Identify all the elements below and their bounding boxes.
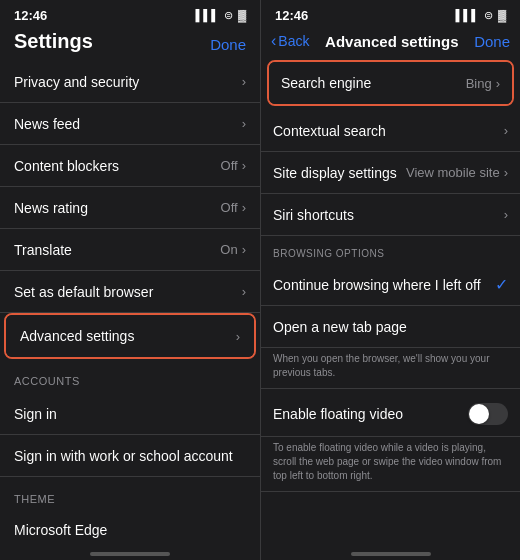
advanced-settings-highlighted[interactable]: Advanced settings › [4,313,256,359]
left-home-indicator [0,540,260,560]
right-status-bar: 12:46 ▌▌▌ ⊜ ▓ [261,0,520,28]
left-panel: 12:46 ▌▌▌ ⊜ ▓ Settings Done Privacy and … [0,0,260,560]
wifi-icon: ⊜ [484,9,493,22]
news-feed-item[interactable]: News feed › [0,103,260,145]
check-icon: ✓ [495,275,508,294]
news-rating-item[interactable]: News rating Off › [0,187,260,229]
chevron-icon: › [242,74,246,89]
chevron-left-icon: ‹ [271,32,276,50]
site-display-value: View mobile site [406,165,500,180]
home-bar [351,552,431,556]
floating-video-sub: To enable floating video while a video i… [261,437,520,492]
chevron-icon: › [242,284,246,299]
left-done-button[interactable]: Done [210,36,246,53]
open-new-tab-item[interactable]: Open a new tab page [261,306,520,348]
left-header: Settings Done [0,28,260,61]
back-button[interactable]: ‹ Back [271,32,309,50]
chevron-icon: › [496,76,500,91]
theme-section-header: THEME [0,477,260,511]
chevron-icon: › [242,116,246,131]
sign-in-item[interactable]: Sign in [0,393,260,435]
right-time: 12:46 [275,8,308,23]
chevron-icon: › [504,165,508,180]
right-done-button[interactable]: Done [474,33,510,50]
search-engine-value: Bing [466,76,492,91]
open-new-tab-sub: When you open the browser, we'll show yo… [261,348,520,389]
continue-browsing-item[interactable]: Continue browsing where I left off ✓ [261,264,520,306]
default-browser-item[interactable]: Set as default browser › [0,271,260,313]
chevron-icon: › [242,242,246,257]
right-title: Advanced settings [325,33,458,50]
right-header-nav: ‹ Back Advanced settings Done [261,28,520,56]
sign-in-work-item[interactable]: Sign in with work or school account [0,435,260,477]
signal-icon: ▌▌▌ [456,9,479,21]
left-title: Settings [14,30,93,53]
battery-icon: ▓ [238,9,246,21]
right-panel: 12:46 ▌▌▌ ⊜ ▓ ‹ Back Advanced settings D… [260,0,520,560]
accounts-section-header: ACCOUNTS [0,359,260,393]
left-status-icons: ▌▌▌ ⊜ ▓ [196,9,246,22]
chevron-icon: › [242,158,246,173]
contextual-search-item[interactable]: Contextual search › [261,110,520,152]
siri-shortcuts-item[interactable]: Siri shortcuts › [261,194,520,236]
left-settings-list: Privacy and security › News feed › Conte… [0,61,260,540]
toggle-knob [469,404,489,424]
chevron-icon: › [242,200,246,215]
microsoft-edge-theme-item[interactable]: Microsoft Edge Light tabs, dark InPrivat… [0,511,260,540]
right-home-indicator [261,540,520,560]
search-engine-highlighted[interactable]: Search engine Bing › [267,60,514,106]
privacy-security-item[interactable]: Privacy and security › [0,61,260,103]
battery-icon: ▓ [498,9,506,21]
search-engine-item[interactable]: Search engine Bing › [269,62,512,104]
content-blockers-item[interactable]: Content blockers Off › [0,145,260,187]
chevron-icon: › [236,329,240,344]
translate-item[interactable]: Translate On › [0,229,260,271]
chevron-icon: › [504,123,508,138]
wifi-icon: ⊜ [224,9,233,22]
right-status-icons: ▌▌▌ ⊜ ▓ [456,9,506,22]
floating-video-toggle[interactable] [468,403,508,425]
enable-floating-video-item[interactable]: Enable floating video [261,389,520,437]
chevron-icon: › [504,207,508,222]
signal-icon: ▌▌▌ [196,9,219,21]
advanced-settings-item[interactable]: Advanced settings › [6,315,254,357]
left-time: 12:46 [14,8,47,23]
home-bar [90,552,170,556]
browsing-section-header: BROWSING OPTIONS [261,236,520,264]
site-display-settings-item[interactable]: Site display settings View mobile site › [261,152,520,194]
left-status-bar: 12:46 ▌▌▌ ⊜ ▓ [0,0,260,28]
right-settings-list: Search engine Bing › Contextual search ›… [261,56,520,540]
